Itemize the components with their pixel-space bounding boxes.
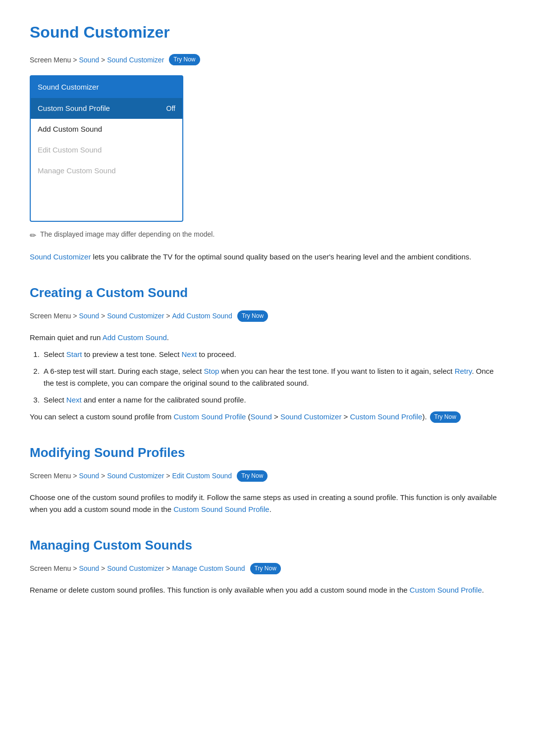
bc-man-mcs[interactable]: Manage Custom Sound [172,563,245,574]
bc-creating-sound[interactable]: Sound [79,310,99,321]
remain-post: . [167,333,169,342]
menu-item-label: Custom Sound Profile [38,102,110,114]
breadcrumb-sep1: > [73,54,77,65]
bc-mod-screenmenu: Screen Menu [30,470,71,481]
step3-link1[interactable]: Next [66,396,82,404]
footer-sep: > [272,412,280,421]
menu-title: Sound Customizer [31,76,182,98]
breadcrumb-managing: Screen Menu > Sound > Sound Customizer >… [30,563,505,574]
bc-man-screenmenu: Screen Menu [30,563,71,574]
menu-box: Sound Customizer Custom Sound Profile Of… [30,75,183,222]
breadcrumb-top: Screen Menu > Sound > Sound Customizer T… [30,54,505,65]
bc-creating-sep2: > [101,310,105,321]
bc-creating-sep1: > [73,310,77,321]
try-now-footer[interactable]: Try Now [430,411,461,423]
menu-spacer [31,181,182,221]
step1-link1[interactable]: Start [66,350,82,358]
bc-man-sound[interactable]: Sound [79,563,99,574]
try-now-badge-top[interactable]: Try Now [169,54,200,65]
step-3: Select Next and enter a name for the cal… [42,394,505,406]
footer-link2[interactable]: Sound [251,412,272,421]
breadcrumb-creating: Screen Menu > Sound > Sound Customizer >… [30,310,505,322]
menu-item-edit-custom-sound: Edit Custom Sound [31,140,182,160]
footer-link4[interactable]: Custom Sound Profile [350,412,423,421]
footer-link1[interactable]: Custom Sound Profile [173,412,246,421]
step2-pre: A 6-step test will start. During each st… [44,367,204,375]
bc-mod-sep1: > [73,470,77,481]
breadcrumb-screenmenu: Screen Menu [30,54,71,65]
managing-body: Rename or delete custom sound profiles. … [30,584,505,596]
section-managing-title: Managing Custom Sounds [30,535,505,556]
page-title: Sound Customizer [30,20,505,45]
remain-quiet-para: Remain quiet and run Add Custom Sound. [30,332,505,344]
bc-mod-ecs[interactable]: Edit Custom Sound [172,470,232,481]
bc-man-sc[interactable]: Sound Customizer [107,563,164,574]
bc-man-sep1: > [73,563,77,574]
bc-mod-sc[interactable]: Sound Customizer [107,470,164,481]
intro-paragraph: Sound Customizer lets you calibrate the … [30,251,505,263]
breadcrumb-modifying: Screen Menu > Sound > Sound Customizer >… [30,470,505,482]
man-body-link[interactable]: Custom Sound Profile [410,586,482,594]
menu-item-custom-sound-profile[interactable]: Custom Sound Profile Off [31,98,182,119]
footer-post: ). [422,412,427,421]
footer-sep2: > [341,412,350,421]
bc-mod-sep2: > [101,470,105,481]
menu-item-manage-custom-sound: Manage Custom Sound [31,160,182,181]
step1-link2[interactable]: Next [182,350,197,358]
step3-pre: Select [44,396,66,404]
bc-man-sep2: > [101,563,105,574]
step2-mid1: when you can hear the test tone. If you … [219,367,454,375]
menu-item-value: Off [166,103,175,114]
remain-pre: Remain quiet and run [30,333,103,342]
bc-creating-sep3: > [166,310,170,321]
creating-footer: You can select a custom sound profile fr… [30,411,505,423]
step1-mid: to preview a test tone. Select [82,350,182,358]
section-creating-title: Creating a Custom Sound [30,283,505,303]
try-now-modifying[interactable]: Try Now [237,470,268,482]
step-2: A 6-step test will start. During each st… [42,365,505,389]
modifying-body: Choose one of the custom sound profiles … [30,492,505,515]
intro-text: lets you calibrate the TV for the optima… [91,252,471,261]
pencil-icon: ✏ [30,229,36,242]
step3-post: and enter a name for the calibrated soun… [82,396,246,404]
try-now-creating[interactable]: Try Now [237,310,268,322]
step1-pre: Select [44,350,66,358]
note-text: The displayed image may differ depending… [40,229,214,240]
bc-creating-screenmenu: Screen Menu [30,310,71,321]
step-1: Select Start to preview a test tone. Sel… [42,349,505,360]
footer-mid: ( [246,412,250,421]
bc-creating-acs[interactable]: Add Custom Sound [172,310,232,321]
step2-link1[interactable]: Stop [204,367,219,375]
remain-link[interactable]: Add Custom Sound [103,333,167,342]
intro-link[interactable]: Sound Customizer [30,252,91,261]
bc-mod-sound[interactable]: Sound [79,470,99,481]
creating-steps: Select Start to preview a test tone. Sel… [30,349,505,406]
menu-item-add-custom-sound[interactable]: Add Custom Sound [31,119,182,140]
man-body-post: . [482,586,484,594]
breadcrumb-sound-link[interactable]: Sound [79,54,99,65]
breadcrumb-sep2: > [101,54,105,65]
bc-creating-sc[interactable]: Sound Customizer [107,310,164,321]
man-body-pre: Rename or delete custom sound profiles. … [30,586,410,594]
footer-link3[interactable]: Sound Customizer [280,412,341,421]
mod-body-link2[interactable]: Sound Profile [225,505,269,513]
footer-pre: You can select a custom sound profile fr… [30,412,173,421]
try-now-managing[interactable]: Try Now [250,563,281,574]
mod-body-post: . [269,505,271,513]
bc-man-sep3: > [166,563,170,574]
step2-link2[interactable]: Retry [455,367,472,375]
mod-body-link1[interactable]: Custom Sound [173,505,222,513]
note-row: ✏ The displayed image may differ dependi… [30,229,505,242]
bc-mod-sep3: > [166,470,170,481]
section-modifying-title: Modifying Sound Profiles [30,443,505,463]
breadcrumb-sc-link[interactable]: Sound Customizer [107,54,164,65]
step1-post: to proceed. [197,350,236,358]
